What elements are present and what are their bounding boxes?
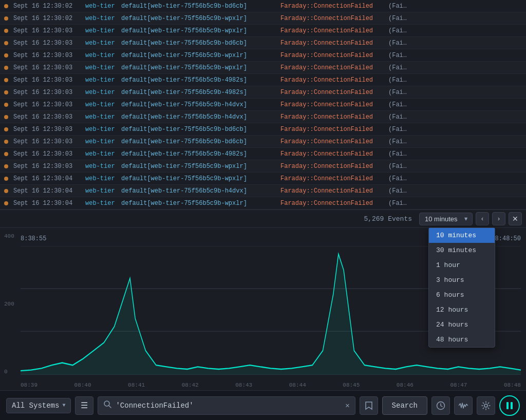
log-tail: (Fai…: [388, 89, 407, 96]
log-severity-dot: [4, 140, 8, 144]
log-severity-dot: [4, 53, 8, 58]
svg-rect-8: [506, 402, 509, 409]
svg-line-5: [109, 406, 111, 408]
chart-y-labels: 400 200 0: [4, 233, 14, 375]
x-axis-label: 08:39: [21, 382, 37, 388]
log-row[interactable]: Sept 16 12:30:03 web-tier default[web-ti…: [0, 37, 526, 49]
time-selector-wrapper[interactable]: 10 minutes30 minutes1 hour3 hours6 hours…: [419, 213, 473, 225]
log-row[interactable]: Sept 16 12:30:03 web-tier default[web-ti…: [0, 62, 526, 74]
log-row[interactable]: Sept 16 12:30:03 web-tier default[web-ti…: [0, 136, 526, 148]
log-tail: (Fai…: [388, 163, 407, 170]
log-source: web-tier: [85, 77, 116, 84]
log-source: web-tier: [85, 15, 116, 22]
log-error: Faraday::ConnectionFailed: [280, 89, 383, 96]
log-row[interactable]: Sept 16 12:30:02 web-tier default[web-ti…: [0, 12, 526, 25]
y-label-0: 0: [4, 369, 14, 375]
log-row[interactable]: Sept 16 12:30:03 web-tier default[web-ti…: [0, 86, 526, 99]
search-input[interactable]: [116, 402, 341, 410]
log-row[interactable]: Sept 16 12:30:03 web-tier default[web-ti…: [0, 160, 526, 173]
dropdown-interval-item[interactable]: 3 hours: [429, 273, 495, 288]
log-source: web-tier: [85, 52, 116, 59]
log-timestamp: Sept 16 12:30:03: [13, 52, 80, 59]
hamburger-button[interactable]: ☰: [75, 396, 93, 415]
log-timestamp: Sept 16 12:30:03: [13, 77, 80, 84]
dropdown-interval-item[interactable]: 48 hours: [429, 332, 495, 347]
log-source: web-tier: [85, 175, 116, 182]
log-tail: (Fai…: [388, 200, 407, 207]
log-row[interactable]: Sept 16 12:30:04 web-tier default[web-ti…: [0, 173, 526, 185]
x-axis-label: 08:47: [450, 382, 467, 388]
log-tail: (Fai…: [388, 15, 407, 22]
log-tail: (Fai…: [388, 138, 407, 145]
close-timeline-button[interactable]: ✕: [509, 212, 522, 225]
log-pod: default[web-tier-75f56b5c9b-4982s]: [121, 89, 275, 96]
log-row[interactable]: Sept 16 12:30:03 web-tier default[web-ti…: [0, 99, 526, 111]
search-button[interactable]: Search: [382, 396, 427, 415]
log-pod: default[web-tier-75f56b5c9b-h4dvx]: [121, 187, 275, 195]
log-severity-dot: [4, 201, 8, 205]
dropdown-interval-item[interactable]: 30 minutes: [429, 243, 495, 258]
log-source: web-tier: [85, 101, 116, 108]
chart-time-start: 8:38:55: [21, 235, 46, 242]
waveform-button[interactable]: [454, 396, 473, 415]
log-row[interactable]: Sept 16 12:30:03 web-tier default[web-ti…: [0, 148, 526, 160]
log-pod: default[web-tier-75f56b5c9b-wpxlr]: [121, 163, 275, 170]
log-row[interactable]: Sept 16 12:30:03 web-tier default[web-ti…: [0, 49, 526, 62]
log-timestamp: Sept 16 12:30:03: [13, 126, 80, 133]
log-row[interactable]: Sept 16 12:30:04 web-tier default[web-ti…: [0, 185, 526, 197]
svg-point-7: [484, 404, 487, 407]
log-row[interactable]: Sept 16 12:30:03 web-tier default[web-ti…: [0, 111, 526, 123]
log-tail: (Fai…: [388, 52, 407, 59]
log-error: Faraday::ConnectionFailed: [280, 200, 383, 207]
log-error: Faraday::ConnectionFailed: [280, 113, 383, 121]
events-count: 5,269 Events: [364, 215, 412, 223]
log-tail: (Fai…: [388, 40, 407, 47]
y-label-200: 200: [4, 301, 14, 307]
log-pod: default[web-tier-75f56b5c9b-bd6cb]: [121, 40, 275, 47]
interval-dropdown[interactable]: 10 minutes30 minutes1 hour3 hours6 hours…: [428, 227, 495, 348]
clear-search-icon[interactable]: ✕: [345, 401, 349, 410]
log-pod: default[web-tier-75f56b5c9b-wpxlr]: [121, 200, 275, 207]
log-severity-dot: [4, 78, 8, 82]
pause-button[interactable]: [499, 395, 520, 416]
chart-x-labels: 08:3908:4008:4108:4208:4308:4408:4508:46…: [21, 382, 521, 388]
log-timestamp: Sept 16 12:30:04: [13, 187, 80, 195]
x-axis-label: 08:41: [128, 382, 145, 388]
log-severity-dot: [4, 152, 8, 156]
log-error: Faraday::ConnectionFailed: [280, 126, 383, 133]
prev-interval-button[interactable]: ‹: [476, 212, 489, 225]
system-selector[interactable]: All Systems ▼: [6, 398, 71, 413]
log-timestamp: Sept 16 12:30:03: [13, 89, 80, 96]
log-tail: (Fai…: [388, 150, 407, 158]
settings-button[interactable]: [477, 396, 495, 415]
log-error: Faraday::ConnectionFailed: [280, 40, 383, 47]
clock-button[interactable]: [431, 396, 450, 415]
log-severity-dot: [4, 103, 8, 107]
log-source: web-tier: [85, 3, 116, 10]
log-pod: default[web-tier-75f56b5c9b-wpxlr]: [121, 52, 275, 59]
dropdown-interval-item[interactable]: 12 hours: [429, 302, 495, 317]
dropdown-interval-item[interactable]: 1 hour: [429, 258, 495, 273]
log-timestamp: Sept 16 12:30:04: [13, 175, 80, 182]
dropdown-interval-item[interactable]: 6 hours: [429, 288, 495, 302]
log-error: Faraday::ConnectionFailed: [280, 3, 383, 10]
log-tail: (Fai…: [388, 126, 407, 133]
log-row[interactable]: Sept 16 12:30:04 web-tier default[web-ti…: [0, 197, 526, 209]
time-interval-select[interactable]: 10 minutes30 minutes1 hour3 hours6 hours…: [419, 213, 473, 225]
log-severity-dot: [4, 90, 8, 94]
log-pod: default[web-tier-75f56b5c9b-h4dvx]: [121, 113, 275, 121]
bookmark-button[interactable]: [360, 396, 378, 415]
dropdown-interval-item[interactable]: 10 minutes: [429, 228, 495, 243]
log-row[interactable]: Sept 16 12:30:02 web-tier default[web-ti…: [0, 0, 526, 12]
log-row[interactable]: Sept 16 12:30:03 web-tier default[web-ti…: [0, 74, 526, 86]
log-error: Faraday::ConnectionFailed: [280, 52, 383, 59]
log-row[interactable]: Sept 16 12:30:03 web-tier default[web-ti…: [0, 123, 526, 136]
log-severity-dot: [4, 189, 8, 193]
log-pod: default[web-tier-75f56b5c9b-h4dvx]: [121, 101, 275, 108]
next-interval-button[interactable]: ›: [492, 212, 505, 225]
log-source: web-tier: [85, 163, 116, 170]
dropdown-interval-item[interactable]: 24 hours: [429, 317, 495, 332]
log-source: web-tier: [85, 64, 116, 71]
log-error: Faraday::ConnectionFailed: [280, 138, 383, 145]
log-row[interactable]: Sept 16 12:30:03 web-tier default[web-ti…: [0, 25, 526, 37]
